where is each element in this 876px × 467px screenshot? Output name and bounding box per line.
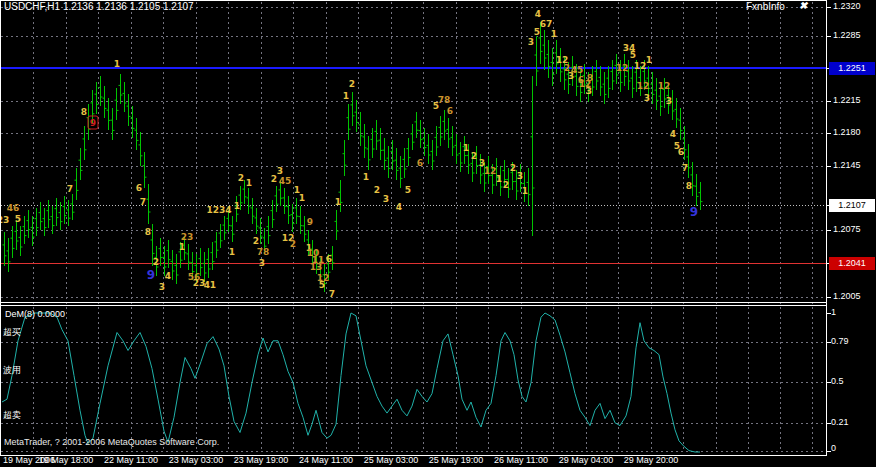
count-label: 9 [690,205,698,219]
count-label: 67 [540,19,553,29]
count-label: 8 [587,73,593,83]
count-label: 23 [181,232,194,242]
chart-title: USDCHF,H1 1.2136 1.2136 1.2105 1.2107 [4,1,194,12]
count-label: 1 [229,247,235,257]
count-label: 6 [678,147,684,157]
count-label: 3 [666,96,672,106]
indicator-axis-label: 0.79 [831,336,849,347]
count-label: 7 [67,184,73,194]
brand-label: FxnbInfo [746,1,785,12]
count-label: 1 [343,91,349,101]
count-label: 8 [686,181,692,191]
price-level-badge-blue: 1.2251 [829,62,875,75]
count-label: 3 [644,93,650,103]
price-axis-label: 1.2180 [833,127,861,138]
time-axis-label: 24 May 11:00 [291,455,361,466]
close-icon[interactable]: ✖ [799,0,807,11]
count-label: 45 [571,65,584,75]
count-label: 1 [179,242,185,252]
count-label: 5 [15,214,21,224]
count-label: 7 [140,197,146,207]
price-axis-label: 1.2215 [833,95,861,106]
indicator-label: DeM(8) 0.0000 [5,309,65,320]
mt4-chart-window: 2346578167829341235623411234121127832345… [0,0,876,467]
count-label: 2 [503,180,509,190]
count-label: 1 [463,143,469,153]
count-label: 2 [153,257,159,267]
chart-canvas[interactable]: 2346578167829341235623411234121127832345… [0,0,876,467]
count-label: 13 [310,262,323,272]
count-label: 5 [319,280,325,290]
count-label: 2 [349,79,355,89]
count-label: 1 [363,172,369,182]
time-axis-label: 29 May 04:00 [551,455,621,466]
current-price-badge: 1.2107 [829,199,875,212]
count-label: 6 [136,183,142,193]
count-label: 12 [484,166,497,176]
time-axis-label: 22 May 11:00 [96,455,166,466]
time-axis-label: 25 May 03:00 [356,455,426,466]
indicator-axis-label: 0 [831,443,836,454]
count-label: 4 [165,271,171,281]
price-axis-label: 1.2285 [833,30,861,41]
count-label: 1 [646,55,652,65]
count-label: 3 [586,86,592,96]
count-label: 12 [658,81,671,91]
count-label: 3 [383,194,389,204]
count-label: 1 [114,59,120,69]
count-label: 46 [7,203,20,213]
count-label: 1 [335,197,341,207]
count-label: 2 [471,151,477,161]
copyright-text: MetaTrader, ? 2001-2006 MetaQuotes Softw… [4,437,219,448]
count-label: 5 [405,185,411,195]
count-label: 1 [522,186,528,196]
time-axis-label: 25 May 19:00 [421,455,491,466]
count-label: 2 [374,185,380,195]
count-label: 5 [630,50,636,60]
count-label: 9 [147,268,155,282]
count-label: 1 [246,178,252,188]
price-axis-label: 1.2005 [833,291,861,302]
count-label: 23 [0,215,9,225]
count-label: 1 [551,29,557,39]
count-label: 12 [616,63,629,73]
price-level-badge-red: 1.2041 [829,257,875,270]
count-label: 1 [234,201,240,211]
price-axis-label: 1.2145 [833,160,861,171]
time-axis-label: 19 May 18:00 [31,455,101,466]
count-label: 8 [145,227,151,237]
count-label: 1 [496,174,502,184]
count-label: 9 [307,217,313,227]
zone-label-overbought: 超买 [3,327,21,338]
count-label: 8 [81,107,87,117]
count-label: 1 [299,193,305,203]
count-label: 3 [528,37,534,47]
count-label: 1234 [206,205,231,215]
count-label: 78 [438,95,451,105]
count-label: 2 [253,236,259,246]
count-label: 3 [277,166,283,176]
price-axis-label: 1.2075 [833,224,861,235]
count-label: 3 [159,282,165,292]
count-label: 3 [259,258,265,268]
zone-label-oversold: 超卖 [3,410,21,421]
count-label: 12 [637,81,650,91]
count-label: 78 [257,247,270,257]
count-label: 3 [517,171,523,181]
time-axis-label: 26 May 11:00 [486,455,556,466]
indicator-axis-label: 0.21 [831,417,849,428]
count-label: 4 [670,129,676,139]
count-label: 6 [326,254,332,264]
count-label: 4 [396,202,402,212]
count-label: 2 [290,239,296,249]
time-axis-label: 23 May 03:00 [161,455,231,466]
zone-label-middle: 波用 [3,365,21,376]
count-label: 2 [510,163,516,173]
signal-box-number: 9 [90,118,96,128]
price-axis-label: 1.2320 [833,1,861,12]
time-axis-label: 23 May 19:00 [226,455,296,466]
count-label: 6 [447,106,453,116]
count-label: 4 [535,9,541,19]
count-label: 6 [417,158,423,168]
count-label: 7 [682,163,688,173]
